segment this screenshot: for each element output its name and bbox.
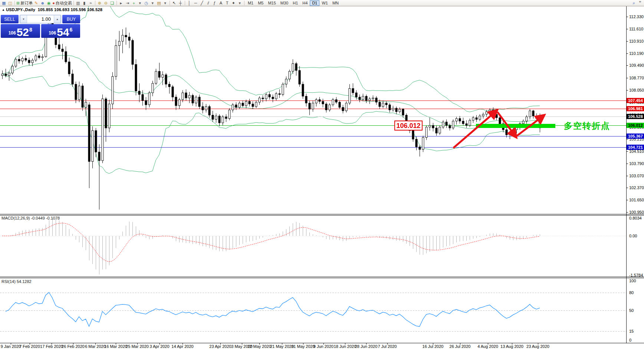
buy-price-pips: 54 xyxy=(57,27,69,37)
sell-button[interactable]: SELL xyxy=(1,15,19,23)
templates-icon[interactable]: ▤ xyxy=(156,0,162,6)
candle xyxy=(482,112,484,118)
new-chart-icon[interactable]: ▦ xyxy=(1,0,7,6)
candle xyxy=(362,93,364,101)
candle xyxy=(295,62,297,76)
candle xyxy=(115,40,117,80)
arrows-icon[interactable]: ✦ xyxy=(230,0,237,6)
candle xyxy=(292,59,294,74)
timeframe-mn-button[interactable]: MN xyxy=(330,0,341,6)
chart-window: 106.012多空转折点112.330111.610110.910110.190… xyxy=(0,6,644,349)
chart-shift-icon[interactable]: ⇥ xyxy=(124,0,131,6)
price-axis[interactable]: 112.330111.610110.910110.190109.490108.7… xyxy=(627,14,644,214)
zoom-in-icon[interactable]: ⊕ xyxy=(96,0,103,6)
rsi-panel[interactable] xyxy=(0,293,626,332)
text-label-icon[interactable]: T xyxy=(224,0,230,6)
candle xyxy=(335,97,337,104)
candle xyxy=(42,54,43,61)
periods-dropdown-icon: ▾ xyxy=(152,0,154,6)
toolbar-separator xyxy=(95,1,95,5)
crosshair-icon[interactable]: ┼ xyxy=(177,0,184,6)
svg-text:106.981: 106.981 xyxy=(628,106,643,111)
search-icon[interactable]: ⌕ xyxy=(631,0,637,6)
main-price-panel[interactable]: 106.012 xyxy=(0,6,626,210)
volume-input[interactable]: 1.00 xyxy=(27,15,54,23)
tile-windows-icon: ❏ xyxy=(110,0,114,6)
buy-button[interactable]: BUY xyxy=(62,15,80,23)
candle xyxy=(252,101,254,109)
candle xyxy=(439,125,441,135)
indicators-dropdown-icon[interactable]: ▾ xyxy=(137,0,143,6)
sell-price-point: 8 xyxy=(29,27,32,33)
timeframe-w1-button[interactable]: W1 xyxy=(319,0,330,6)
autotrade-icon[interactable]: ●自动交易 xyxy=(52,0,72,6)
tile-windows-icon[interactable]: ❏ xyxy=(109,0,115,6)
date-tick-label: 23 Aug 2020 xyxy=(526,344,549,349)
volume-decrease-button[interactable]: ▼ xyxy=(20,15,27,23)
new-order-icon[interactable]: ⊞新订单 xyxy=(16,0,33,6)
macd-panel[interactable] xyxy=(0,218,626,274)
vertical-line-icon[interactable]: │ xyxy=(186,0,193,6)
candle xyxy=(325,102,327,113)
chat-icon[interactable]: ❞ xyxy=(637,0,643,6)
price-callout-box[interactable]: 106.012 xyxy=(395,121,422,130)
periods-icon: ◷ xyxy=(145,0,148,6)
bar-chart-icon[interactable]: ▥ xyxy=(75,0,81,6)
svg-text:106.528: 106.528 xyxy=(628,114,643,119)
timeframe-m30-button[interactable]: M30 xyxy=(278,0,290,6)
price-tick-label: 112.330 xyxy=(629,14,644,19)
sell-price-button[interactable]: 106 52 8 xyxy=(1,24,40,38)
crayon-icon[interactable]: ✎ xyxy=(33,0,39,6)
candle xyxy=(198,95,200,109)
price-tick-label: 108.050 xyxy=(629,88,644,92)
candle xyxy=(28,57,30,65)
candle xyxy=(436,125,437,136)
candle xyxy=(128,33,130,48)
trendline-icon[interactable]: ╱ xyxy=(199,0,205,6)
date-tick-label: 28 Jun 2020 xyxy=(355,344,378,349)
timeframe-h4-button[interactable]: H4 xyxy=(300,0,310,6)
periods-icon[interactable]: ◷ xyxy=(143,0,150,6)
price-chart[interactable]: 106.012多空转折点112.330111.610110.910110.190… xyxy=(0,6,644,349)
date-tick-label: 18 Jun 2020 xyxy=(334,344,356,349)
horizontal-line-icon[interactable]: ─ xyxy=(193,0,199,6)
candlestick-chart-icon[interactable]: ▮ xyxy=(81,0,88,6)
timeframe-m5-button[interactable]: M5 xyxy=(256,0,266,6)
one-click-collapse-icon[interactable]: ▲ xyxy=(2,8,5,11)
candle xyxy=(355,90,357,99)
equidistant-channel-icon[interactable]: ⫽ xyxy=(205,0,211,6)
new-order-icon: ⊞ xyxy=(16,0,20,6)
text-icon[interactable]: A xyxy=(218,0,224,6)
volume-increase-button[interactable]: ▲ xyxy=(54,15,61,23)
candle xyxy=(309,101,310,115)
support-zone-bar[interactable] xyxy=(476,124,555,128)
timeframe-m1-button[interactable]: M1 xyxy=(246,0,256,6)
fibonacci-icon[interactable]: ƒ xyxy=(211,0,218,6)
profiles-icon[interactable]: ◫ xyxy=(7,0,13,6)
timeframe-h1-button[interactable]: H1 xyxy=(290,0,300,6)
time-axis[interactable]: 9 Jan 20207 Feb 202017 Feb 202026 Feb 20… xyxy=(1,343,549,349)
buy-price-button[interactable]: 106 54 6 xyxy=(41,24,80,38)
auto-scroll-icon[interactable]: ▸ xyxy=(118,0,124,6)
price-tick-label: 101.650 xyxy=(629,198,644,202)
candle xyxy=(302,82,304,99)
candle xyxy=(269,92,270,100)
timeframe-d1-button[interactable]: D1 xyxy=(310,0,319,6)
indicators-icon[interactable]: ＋ xyxy=(131,0,137,6)
candle xyxy=(142,90,144,106)
arrows-icon: ✦ xyxy=(232,0,235,6)
price-level-badge: 105.367 xyxy=(627,134,644,139)
signals-icon[interactable]: ◉ xyxy=(46,0,52,6)
line-chart-icon[interactable]: ≈ xyxy=(88,0,94,6)
crosshair-icon: ┼ xyxy=(179,0,182,6)
periods-dropdown-icon[interactable]: ▾ xyxy=(150,0,156,6)
arrows-dropdown-icon[interactable]: ▾ xyxy=(237,0,243,6)
zoom-out-icon[interactable]: ⊖ xyxy=(103,0,109,6)
candle xyxy=(75,82,77,103)
candle xyxy=(212,111,214,122)
templates-dropdown-icon[interactable]: ▾ xyxy=(162,0,168,6)
timeframe-m15-button[interactable]: M15 xyxy=(266,0,278,6)
annotation-note-text[interactable]: 多空转折点 xyxy=(564,121,610,131)
cursor-icon[interactable]: ↖ xyxy=(171,0,177,6)
expert-advisor-icon[interactable]: ☻ xyxy=(39,0,46,6)
